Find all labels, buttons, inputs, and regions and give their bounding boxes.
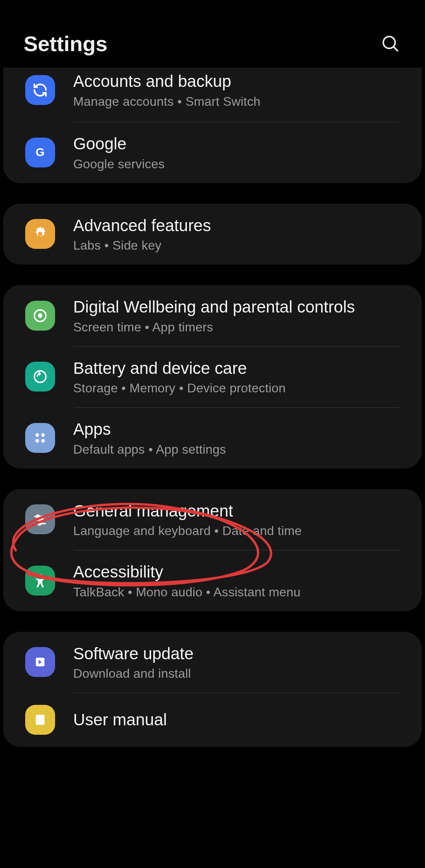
settings-group: Software update Download and install Use… — [3, 632, 422, 747]
svg-text:G: G — [36, 145, 45, 158]
svg-point-6 — [35, 433, 39, 437]
wellbeing-icon — [25, 301, 55, 331]
settings-list[interactable]: Accounts and backup Manage accounts • Sm… — [0, 68, 425, 747]
settings-item-battery-device-care[interactable]: Battery and device care Storage • Memory… — [3, 346, 422, 408]
item-subtitle: Manage accounts • Smart Switch — [73, 94, 406, 109]
settings-item-general-management[interactable]: General management Language and keyboard… — [3, 489, 422, 550]
item-subtitle: Labs • Side key — [73, 238, 406, 253]
svg-point-3 — [38, 232, 42, 236]
svg-point-7 — [41, 433, 45, 437]
settings-group: Accounts and backup Manage accounts • Sm… — [3, 68, 422, 183]
settings-item-digital-wellbeing[interactable]: Digital Wellbeing and parental controls … — [3, 285, 422, 346]
item-texts: Battery and device care Storage • Memory… — [73, 358, 406, 396]
settings-item-advanced-features[interactable]: Advanced features Labs • Side key — [3, 204, 422, 265]
svg-point-11 — [37, 515, 39, 518]
svg-point-8 — [35, 439, 39, 443]
manual-icon — [25, 705, 55, 735]
item-title: Advanced features — [73, 215, 406, 236]
item-title: Accounts and backup — [73, 71, 406, 92]
item-title: User manual — [73, 710, 406, 730]
settings-item-google[interactable]: G Google Google services — [3, 122, 422, 183]
item-subtitle: Screen time • App timers — [73, 320, 406, 335]
google-icon: G — [25, 138, 55, 167]
gear-flower-icon — [25, 219, 55, 249]
accessibility-icon — [25, 566, 55, 596]
item-title: Battery and device care — [73, 358, 406, 379]
svg-point-9 — [41, 439, 45, 443]
search-button[interactable] — [379, 33, 401, 55]
item-title: Software update — [73, 644, 406, 664]
item-subtitle: Download and install — [73, 666, 406, 681]
page-title: Settings — [24, 31, 107, 56]
svg-line-1 — [394, 47, 397, 51]
item-texts: Accounts and backup Manage accounts • Sm… — [73, 71, 406, 109]
item-subtitle: TalkBack • Mono audio • Assistant menu — [73, 585, 406, 600]
update-icon — [25, 647, 55, 677]
settings-item-accessibility[interactable]: Accessibility TalkBack • Mono audio • As… — [3, 550, 422, 611]
search-icon — [381, 34, 400, 53]
sync-icon — [25, 75, 55, 105]
item-subtitle: Default apps • App settings — [73, 442, 406, 457]
svg-point-16 — [39, 574, 41, 577]
settings-group: Digital Wellbeing and parental controls … — [3, 285, 422, 469]
svg-rect-18 — [36, 715, 44, 725]
battery-care-icon — [25, 362, 55, 392]
item-texts: Accessibility TalkBack • Mono audio • As… — [73, 562, 406, 600]
svg-point-13 — [41, 519, 44, 522]
item-texts: Advanced features Labs • Side key — [73, 215, 406, 253]
settings-item-apps[interactable]: Apps Default apps • App settings — [3, 407, 422, 469]
item-title: Accessibility — [73, 562, 406, 583]
item-texts: Apps Default apps • App settings — [73, 419, 406, 457]
sliders-icon — [25, 504, 55, 534]
header: Settings — [0, 0, 425, 68]
svg-point-15 — [38, 522, 41, 525]
item-title: Apps — [73, 419, 406, 440]
item-texts: User manual — [73, 710, 406, 730]
settings-item-accounts-backup[interactable]: Accounts and backup Manage accounts • Sm… — [3, 68, 422, 122]
settings-group: General management Language and keyboard… — [3, 489, 422, 611]
item-texts: Google Google services — [73, 134, 406, 171]
item-subtitle: Storage • Memory • Device protection — [73, 381, 406, 395]
item-texts: Digital Wellbeing and parental controls … — [73, 297, 406, 335]
settings-group: Advanced features Labs • Side key — [3, 204, 422, 265]
apps-icon — [25, 423, 55, 453]
settings-item-user-manual[interactable]: User manual — [3, 693, 422, 747]
item-title: Digital Wellbeing and parental controls — [73, 297, 406, 318]
svg-point-5 — [34, 371, 46, 383]
item-title: General management — [73, 501, 406, 522]
settings-item-software-update[interactable]: Software update Download and install — [3, 632, 422, 693]
item-title: Google — [73, 134, 406, 154]
item-texts: Software update Download and install — [73, 644, 406, 681]
item-subtitle: Language and keyboard • Date and time — [73, 524, 406, 538]
item-subtitle: Google services — [73, 157, 406, 171]
item-texts: General management Language and keyboard… — [73, 501, 406, 539]
